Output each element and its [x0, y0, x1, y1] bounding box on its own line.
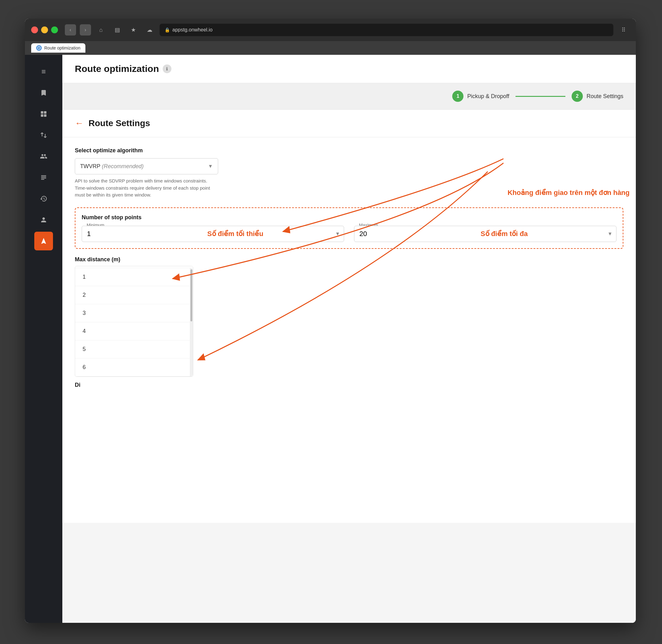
page-header: Route optimization ℹ	[62, 55, 636, 83]
close-button[interactable]	[31, 26, 38, 33]
distance-top-bar	[75, 266, 193, 268]
maximum-select[interactable]: 20 ▼	[354, 226, 617, 242]
home-icon[interactable]: ⌂	[95, 24, 107, 36]
dropdown-item-4[interactable]: 4	[75, 322, 193, 340]
sidebar-item-menu[interactable]: ≡	[34, 62, 53, 81]
annotation-title: Khoảng điểm giao trên một đơn hàng	[507, 189, 630, 197]
sidebar-item-history[interactable]	[34, 189, 53, 208]
dropdown-item-6[interactable]: 6	[75, 359, 193, 376]
step-2-circle: 2	[572, 91, 583, 102]
scrollbar-track	[190, 268, 193, 376]
dropdown-item-5[interactable]: 5	[75, 340, 193, 359]
bookmark-icon[interactable]: ★	[127, 24, 140, 36]
form-area: Select optimize algorithm TWVRP (Recomme…	[62, 137, 636, 523]
back-nav-button[interactable]: ‹	[65, 24, 76, 36]
browser-window: ‹ › ⌂ ▤ ★ ☁ 🔒 appstg.onwheel.io ⠿ Route …	[25, 19, 636, 623]
maximum-group: Maximum 20 ▼ Số điểm tối đa	[354, 226, 617, 242]
maximize-button[interactable]	[51, 26, 58, 33]
scrollbar-thumb[interactable]	[191, 269, 192, 321]
address-bar[interactable]: 🔒 appstg.onwheel.io	[160, 24, 613, 36]
page-title: Route optimization	[75, 64, 159, 74]
sidebar-item-transfer[interactable]	[34, 126, 53, 144]
sidebar-item-list[interactable]	[34, 168, 53, 187]
chevron-down-icon: ▼	[208, 163, 213, 169]
algorithm-label: Select optimize algorithm	[75, 147, 623, 154]
max-distance-label: Max distance (m)	[75, 256, 623, 263]
max-distance-group: Max distance (m) 1 2 3 4 5 6	[75, 256, 623, 388]
sidebar-item-users[interactable]	[34, 147, 53, 166]
step-connector	[515, 96, 566, 97]
algorithm-select[interactable]: TWVRP (Recommended) ▼	[75, 158, 218, 175]
main-content: Route optimization ℹ 1 Pickup & Dropoff …	[62, 55, 636, 623]
max-value: 20	[359, 230, 367, 238]
browser-titlebar: ‹ › ⌂ ▤ ★ ☁ 🔒 appstg.onwheel.io ⠿	[25, 19, 636, 41]
stop-points-box: Number of stop points Minimum 1 ▼ Số đ	[75, 207, 623, 249]
minimum-group: Minimum 1 ▼ Số điểm tối thiểu	[82, 226, 344, 242]
sidebar-item-dashboard[interactable]	[34, 105, 53, 123]
dropdown-item-2[interactable]: 2	[75, 286, 193, 304]
info-icon[interactable]: ℹ	[163, 65, 171, 73]
max-chevron-icon: ▼	[608, 231, 613, 237]
sidebar-item-account[interactable]	[34, 210, 53, 229]
tab-favicon	[36, 45, 42, 51]
section-title: Route Settings	[89, 118, 150, 128]
sidebar: ≡	[25, 55, 62, 623]
traffic-lights	[31, 26, 58, 33]
di-label: Di	[75, 382, 623, 388]
hamburger-icon: ≡	[41, 67, 46, 76]
lock-icon: 🔒	[164, 27, 170, 32]
back-button[interactable]: ←	[75, 119, 84, 128]
extensions-icon[interactable]: ⠿	[617, 24, 630, 36]
step-2-label: Route Settings	[587, 93, 623, 100]
forward-nav-button[interactable]: ›	[80, 24, 91, 36]
steps-bar: 1 Pickup & Dropoff 2 Route Settings	[62, 83, 636, 110]
minimum-select[interactable]: 1 ▼	[82, 226, 344, 242]
algorithm-select-wrapper: TWVRP (Recommended) ▼	[75, 158, 218, 175]
min-chevron-icon: ▼	[335, 231, 340, 237]
svg-rect-4	[44, 114, 46, 117]
svg-rect-3	[41, 114, 43, 117]
active-tab[interactable]: Route optimization	[31, 43, 85, 53]
sidebar-item-route[interactable]	[34, 232, 53, 250]
step-2: 2 Route Settings	[572, 91, 623, 102]
min-max-row: Minimum 1 ▼ Số điểm tối thiểu Maximu	[82, 226, 617, 242]
sidebar-item-bookmark[interactable]	[34, 84, 53, 102]
cloud-icon[interactable]: ☁	[144, 24, 156, 36]
tab-label: Route optimization	[44, 45, 81, 50]
tab-bar: Route optimization	[25, 41, 636, 55]
app-container: ≡	[25, 55, 636, 623]
dropdown-item-1[interactable]: 1	[75, 268, 193, 286]
dropdown-item-3[interactable]: 3	[75, 304, 193, 322]
route-settings-header: ← Route Settings	[62, 110, 636, 137]
svg-rect-1	[41, 111, 43, 114]
step-1-circle: 1	[452, 91, 463, 102]
minimize-button[interactable]	[41, 26, 48, 33]
svg-rect-2	[44, 111, 46, 114]
sidebar-toggle-icon[interactable]: ▤	[111, 24, 124, 36]
url-text: appstg.onwheel.io	[172, 27, 213, 33]
min-value: 1	[87, 230, 91, 238]
dropdown-list: 1 2 3 4 5 6	[75, 268, 193, 376]
stop-points-label: Number of stop points	[82, 214, 617, 221]
algorithm-description: API to solve the SDVRP problem with time…	[75, 178, 218, 199]
distance-input-area: 1 2 3 4 5 6	[75, 266, 193, 377]
step-1-label: Pickup & Dropoff	[467, 93, 509, 100]
algorithm-value: TWVRP (Recommended)	[80, 163, 144, 170]
step-1: 1 Pickup & Dropoff	[452, 91, 509, 102]
